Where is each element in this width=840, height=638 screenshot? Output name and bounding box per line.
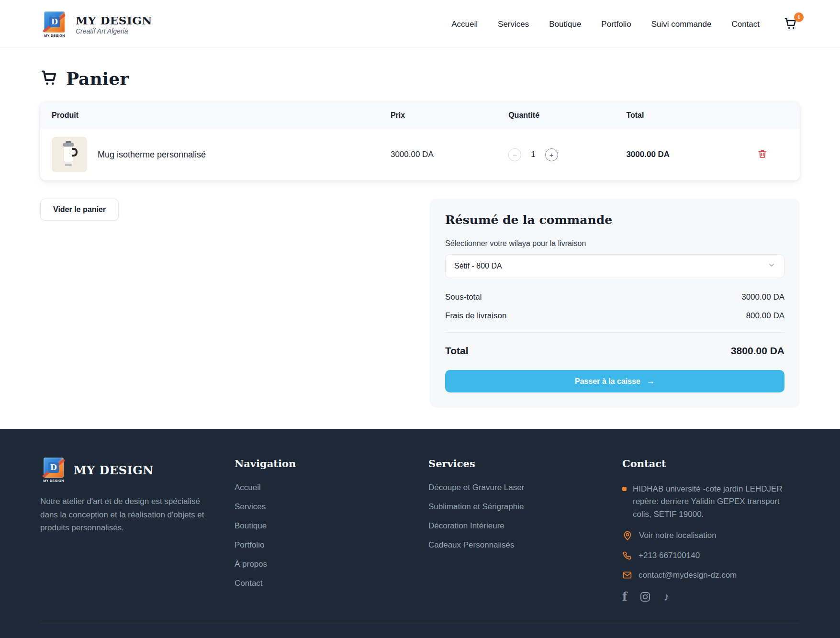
- email-address: contact@mydesign-dz.com: [638, 571, 737, 580]
- footer-link-accueil[interactable]: Accueil: [235, 483, 428, 492]
- footer-nav-title: Navigation: [235, 458, 428, 470]
- cart-item-row: Mug isotherme personnalisé 3000.00 DA − …: [40, 129, 800, 180]
- footer-navigation-column: Navigation Accueil Services Boutique Por…: [235, 458, 428, 604]
- quantity-value: 1: [531, 150, 535, 159]
- cart-button[interactable]: 1: [784, 16, 800, 33]
- footer-link-portfolio[interactable]: Portfolio: [235, 540, 428, 550]
- footer-logo-mark: D MY DESIGN: [40, 458, 67, 482]
- order-summary: Résumé de la commande Sélectionner votre…: [430, 199, 800, 408]
- product-price: 3000.00 DA: [391, 150, 508, 159]
- total-value: 3800.00 DA: [731, 345, 784, 357]
- nav-item-portfolio[interactable]: Portfolio: [601, 20, 631, 29]
- shipping-label: Frais de livraison: [445, 311, 507, 321]
- address-text: HIDHAB université -cote jardin LEHDJER r…: [633, 483, 800, 521]
- phone-icon: [622, 550, 632, 560]
- footer: D MY DESIGN MY DESIGN Notre atelier d'ar…: [0, 429, 840, 638]
- page-title: Panier: [66, 68, 129, 89]
- location-pin-icon: [622, 530, 633, 541]
- product-name: Mug isotherme personnalisé: [98, 150, 206, 160]
- cart-actions-row: Vider le panier Résumé de la commande Sé…: [40, 199, 800, 408]
- shipping-value: 800.00 DA: [746, 311, 784, 321]
- footer-services-column: Services Découpe et Gravure Laser Sublim…: [428, 458, 622, 604]
- chevron-down-icon: [768, 261, 775, 271]
- remove-item-button[interactable]: [737, 148, 788, 161]
- logo-square-icon: D: [44, 11, 65, 33]
- instagram-icon[interactable]: [639, 591, 651, 603]
- footer-service-cadeaux[interactable]: Cadeaux Personnalisés: [428, 540, 622, 550]
- col-total: Total: [626, 111, 737, 120]
- wilaya-label: Sélectionner votre wilaya pour la livrai…: [445, 239, 784, 248]
- summary-divider: [445, 332, 784, 333]
- col-produit: Produit: [52, 111, 391, 120]
- cart-table-header: Produit Prix Quantité Total: [40, 102, 800, 129]
- page-title-row: Panier: [40, 68, 800, 89]
- location-link-label: Voir notre localisation: [639, 531, 717, 540]
- nav-item-boutique[interactable]: Boutique: [549, 20, 581, 29]
- footer-brand-row: D MY DESIGN MY DESIGN: [40, 458, 235, 482]
- footer-service-sublimation[interactable]: Sublimation et Sérigraphie: [428, 502, 622, 512]
- cart-badge: 1: [794, 12, 804, 22]
- footer-service-decoration[interactable]: Décoration Intérieure: [428, 521, 622, 531]
- footer-description: Notre atelier d'art et de design est spé…: [40, 495, 217, 535]
- footer-contact-column: Contact HIDHAB université -cote jardin L…: [622, 458, 800, 604]
- footer-link-a-propos[interactable]: À propos: [235, 560, 428, 569]
- phone-number: +213 667100140: [638, 551, 700, 560]
- footer-services-title: Services: [428, 458, 622, 470]
- nav-item-contact[interactable]: Contact: [731, 20, 760, 29]
- logo-letter: D: [49, 17, 60, 27]
- social-row: f ♪: [622, 590, 800, 604]
- quantity-stepper: − 1 +: [508, 148, 626, 161]
- subtotal-value: 3000.00 DA: [741, 292, 784, 302]
- address-line: HIDHAB université -cote jardin LEHDJER r…: [622, 483, 800, 521]
- footer-link-boutique[interactable]: Boutique: [235, 521, 428, 531]
- nav-item-services[interactable]: Services: [498, 20, 529, 29]
- total-label: Total: [445, 345, 469, 357]
- subtotal-label: Sous-total: [445, 292, 482, 302]
- brand-tagline: Creatif Art Algeria: [76, 27, 152, 35]
- quantity-decrease-button[interactable]: −: [508, 148, 521, 161]
- clear-cart-button[interactable]: Vider le panier: [40, 199, 119, 221]
- main-content: Panier Produit Prix Quantité Total Mug i…: [0, 68, 840, 408]
- product-total: 3000.00 DA: [626, 150, 737, 159]
- footer-logo-caption: MY DESIGN: [43, 479, 64, 482]
- phone-line[interactable]: +213 667100140: [622, 550, 800, 560]
- location-link[interactable]: Voir notre localisation: [622, 530, 800, 541]
- header: D MY DESIGN MY DESIGN Creatif Art Algeri…: [0, 0, 840, 49]
- main-nav: Accueil Services Boutique Portfolio Suiv…: [451, 16, 800, 33]
- brand-logo[interactable]: D MY DESIGN MY DESIGN Creatif Art Algeri…: [40, 11, 152, 37]
- subtotal-row: Sous-total 3000.00 DA: [445, 292, 784, 302]
- arrow-right-icon: →: [646, 376, 655, 386]
- summary-title: Résumé de la commande: [445, 213, 784, 227]
- col-prix: Prix: [391, 111, 508, 120]
- footer-link-services[interactable]: Services: [235, 502, 428, 512]
- address-icon: [622, 487, 627, 491]
- email-line[interactable]: contact@mydesign-dz.com: [622, 570, 800, 580]
- shipping-row: Frais de livraison 800.00 DA: [445, 311, 784, 321]
- mug-image: [61, 143, 78, 166]
- tiktok-icon[interactable]: ♪: [663, 590, 669, 604]
- quantity-increase-button[interactable]: +: [545, 148, 558, 161]
- trash-icon: [757, 148, 768, 161]
- cart-icon: [784, 24, 798, 32]
- col-quantite: Quantité: [508, 111, 626, 120]
- nav-item-suivi-commande[interactable]: Suivi commande: [651, 20, 712, 29]
- footer-logo-letter: D: [48, 462, 59, 473]
- footer-service-decoupe[interactable]: Découpe et Gravure Laser: [428, 483, 622, 492]
- footer-brand-column: D MY DESIGN MY DESIGN Notre atelier d'ar…: [40, 458, 235, 604]
- footer-contact-title: Contact: [622, 458, 800, 470]
- nav-item-accueil[interactable]: Accueil: [451, 20, 478, 29]
- checkout-label: Passer à la caisse: [575, 377, 640, 386]
- facebook-icon[interactable]: f: [622, 590, 627, 604]
- logo-caption: MY DESIGN: [44, 34, 65, 37]
- product-cell: Mug isotherme personnalisé: [52, 137, 391, 172]
- copyright-text: © 2025 My Design Creatif Art Algeria. To…: [40, 624, 800, 638]
- brand-text: MY DESIGN Creatif Art Algeria: [76, 14, 152, 35]
- cart-table: Produit Prix Quantité Total Mug isotherm…: [40, 102, 800, 180]
- footer-link-contact[interactable]: Contact: [235, 579, 428, 588]
- checkout-button[interactable]: Passer à la caisse →: [445, 370, 784, 392]
- total-row: Total 3800.00 DA: [445, 345, 784, 357]
- wilaya-select[interactable]: Sétif - 800 DA: [445, 254, 784, 278]
- brand-name: MY DESIGN: [76, 14, 152, 27]
- footer-logo-square-icon: D: [44, 458, 64, 478]
- cart-title-icon: [40, 68, 58, 89]
